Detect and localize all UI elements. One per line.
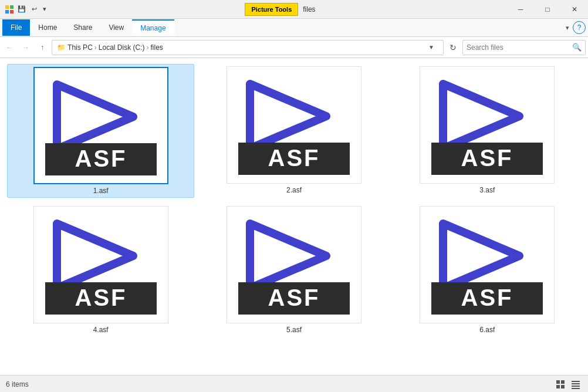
quick-access-dropdown[interactable]: ▾ [40, 4, 49, 14]
view-details-button[interactable] [569, 378, 582, 391]
refresh-button[interactable]: ↻ [446, 40, 460, 55]
breadcrumb-sep2: › [146, 43, 148, 52]
status-bar: 6 items [0, 375, 588, 392]
svg-rect-1 [10, 5, 13, 9]
file-label: 6.asf [479, 326, 495, 334]
tab-view[interactable]: View [100, 19, 132, 36]
list-item[interactable]: ASF 6.asf [394, 204, 581, 336]
maximize-button[interactable]: □ [534, 0, 561, 19]
file-thumbnail: ASF [227, 66, 361, 184]
list-item[interactable]: ASF 4.asf [7, 204, 194, 336]
svg-marker-4 [57, 85, 133, 149]
title-bar: 💾 ↩ ▾ Picture Tools files ─ □ ✕ [0, 0, 588, 19]
tab-home[interactable]: Home [30, 19, 65, 36]
app-icon [5, 5, 14, 14]
svg-rect-29 [572, 388, 580, 389]
file-thumbnail: ASF [420, 206, 555, 323]
svg-text:ASF: ASF [75, 146, 127, 171]
view-controls [554, 378, 582, 391]
svg-rect-2 [5, 10, 9, 13]
svg-rect-24 [556, 385, 560, 388]
svg-rect-0 [5, 5, 9, 9]
svg-rect-28 [572, 386, 580, 387]
file-label: 2.asf [286, 186, 302, 194]
files-grid: ASF 1.asf ASF 2.asf [7, 64, 581, 336]
list-item[interactable]: ASF 3.asf [394, 64, 581, 198]
title-center: Picture Tools files [53, 0, 507, 18]
svg-marker-13 [57, 224, 133, 288]
ribbon-collapse-button[interactable]: ▾ [562, 23, 573, 33]
file-thumbnail: ASF [33, 206, 168, 323]
breadcrumb-localdisk: Local Disk (C:) [99, 43, 145, 52]
svg-rect-27 [572, 383, 580, 384]
svg-text:ASF: ASF [268, 285, 320, 310]
breadcrumb-thispc: 📁 This PC [57, 43, 93, 52]
file-label: 3.asf [479, 186, 495, 194]
file-label: 5.asf [286, 326, 302, 334]
list-item[interactable]: ASF 5.asf [200, 204, 387, 336]
file-thumbnail: ASF [33, 67, 168, 184]
breadcrumb-files: files [150, 43, 163, 52]
file-area: ASF 1.asf ASF 2.asf [0, 58, 588, 375]
title-bar-controls: ─ □ ✕ [507, 0, 588, 18]
address-dropdown-button[interactable]: ▼ [424, 40, 438, 55]
search-box[interactable]: 🔍 [462, 40, 586, 55]
list-item[interactable]: ASF 2.asf [200, 64, 387, 198]
ribbon-tabs: File Home Share View Manage ▾ ? [0, 19, 588, 36]
file-thumbnail: ASF [227, 206, 361, 323]
svg-rect-26 [572, 381, 580, 382]
tab-file[interactable]: File [2, 19, 30, 36]
minimize-button[interactable]: ─ [507, 0, 534, 19]
breadcrumb-sep1: › [94, 43, 97, 52]
svg-marker-7 [250, 84, 326, 148]
svg-text:ASF: ASF [461, 285, 513, 310]
svg-text:ASF: ASF [461, 145, 513, 171]
svg-text:ASF: ASF [75, 285, 127, 310]
list-item[interactable]: ASF 1.asf [7, 64, 194, 198]
nav-back-button[interactable]: ← [2, 40, 16, 55]
svg-text:ASF: ASF [268, 145, 320, 171]
status-count: 6 items [6, 380, 29, 388]
search-input[interactable] [467, 43, 570, 52]
svg-rect-22 [556, 380, 560, 384]
nav-up-button[interactable]: ↑ [35, 40, 49, 55]
picture-tools-label: Picture Tools [245, 3, 298, 16]
file-thumbnail: ASF [420, 66, 555, 184]
svg-rect-25 [561, 385, 565, 388]
nav-forward-button[interactable]: → [19, 40, 33, 55]
view-large-icons-button[interactable] [554, 378, 567, 391]
quick-access-save[interactable]: 💾 [15, 4, 28, 14]
ribbon: File Home Share View Manage ▾ ? [0, 19, 588, 37]
tab-manage[interactable]: Manage [132, 19, 174, 36]
svg-marker-16 [250, 224, 326, 288]
file-label: 1.asf [93, 187, 109, 195]
svg-marker-10 [443, 84, 519, 148]
quick-access-undo[interactable]: ↩ [29, 4, 39, 14]
close-button[interactable]: ✕ [561, 0, 588, 19]
help-button[interactable]: ? [573, 21, 586, 34]
content-area: ASF 1.asf ASF 2.asf [0, 58, 588, 375]
file-label: 4.asf [93, 326, 109, 334]
svg-marker-19 [443, 224, 519, 288]
svg-rect-3 [10, 10, 13, 13]
window-title: files [303, 5, 315, 13]
tab-share[interactable]: Share [65, 19, 100, 36]
address-path[interactable]: 📁 This PC › Local Disk (C:) › files ▼ [52, 40, 444, 55]
svg-rect-23 [561, 380, 565, 384]
title-bar-left: 💾 ↩ ▾ [0, 0, 53, 18]
address-bar: ← → ↑ 📁 This PC › Local Disk (C:) › file… [0, 37, 588, 58]
search-button[interactable]: 🔍 [572, 43, 582, 52]
